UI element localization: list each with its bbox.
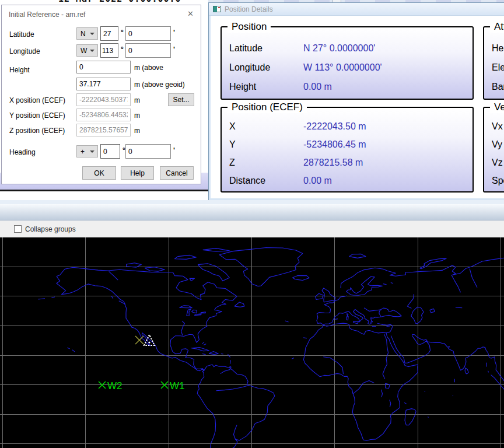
heading-minute-symbol: ' xyxy=(173,146,175,155)
detail-row: Y-5234806.45 m xyxy=(222,135,473,153)
chevron-down-icon xyxy=(90,50,94,52)
detail-row: Z2878215.58 m xyxy=(222,153,473,172)
position-details-body: PositionLatitudeN 27° 0.0000000'Longitud… xyxy=(209,16,504,200)
z-ecef-input xyxy=(76,124,131,136)
detail-row: Vz xyxy=(484,153,504,172)
heading-sign-value: + xyxy=(80,148,85,156)
latitude-hemisphere-select[interactable]: N xyxy=(76,27,98,40)
detail-label: Bank xyxy=(484,82,504,92)
waypoint-W1[interactable]: W1 xyxy=(161,380,185,391)
height-geoid-input[interactable] xyxy=(76,78,131,90)
height-geoid-unit-label: m (above geoid) xyxy=(134,80,185,89)
detail-label: Vx xyxy=(484,121,504,132)
group-box-attitude: AttitudeHeadingElevationBank xyxy=(483,26,504,100)
detail-row: Height0.00 m xyxy=(222,77,473,96)
screen: 12-Mar-2022 0:00:00.0 Initial Reference … xyxy=(0,0,504,448)
detail-value: 0.00 m xyxy=(303,176,332,186)
longitude-hemisphere-select[interactable]: W xyxy=(76,44,98,57)
detail-label: Y xyxy=(222,139,303,150)
close-icon[interactable]: ✕ xyxy=(187,9,194,18)
position-details-window: Position Details PositionLatitudeN 27° 0… xyxy=(208,2,504,200)
set-button[interactable]: Set... xyxy=(168,93,194,106)
collapse-groups-label: Collapse groups xyxy=(25,225,76,233)
position-details-title: Position Details xyxy=(225,5,273,13)
heading-sign-select[interactable]: + xyxy=(76,145,98,158)
group-box-position-ecef-: Position (ECEF)X-2222043.50 mY-5234806.4… xyxy=(220,107,474,192)
z-ecef-label: Z position (ECEF) xyxy=(9,127,65,135)
z-ecef-unit: m xyxy=(134,127,140,135)
detail-value: -2222043.50 m xyxy=(303,121,366,132)
world-map: W1W2 xyxy=(0,237,504,448)
collapse-groups-checkbox[interactable] xyxy=(14,225,22,233)
chevron-down-icon xyxy=(90,33,94,35)
grid-layer xyxy=(0,237,504,448)
detail-value: 2878215.58 m xyxy=(303,158,363,168)
detail-row: X-2222043.50 m xyxy=(222,117,473,135)
detail-row: Vy xyxy=(484,135,504,153)
detail-label: X xyxy=(222,121,303,132)
detail-row: Speed xyxy=(484,172,504,190)
waypoint-W2[interactable]: W2 xyxy=(99,380,123,391)
latitude-label: Latitude xyxy=(9,30,34,38)
y-ecef-input xyxy=(76,108,131,121)
detail-label: Latitude xyxy=(222,43,303,54)
detail-row: Heading xyxy=(484,38,504,58)
detail-label: Elevation xyxy=(484,62,504,73)
detail-value: W 113° 0.0000000' xyxy=(303,62,382,73)
height-input[interactable] xyxy=(76,61,131,74)
map-view[interactable]: W1W2 xyxy=(0,237,504,448)
dialog-title[interactable]: Initial Reference - am.ref xyxy=(9,10,85,19)
detail-label: Heading xyxy=(484,43,504,54)
longitude-minute-symbol: ' xyxy=(173,46,175,54)
detail-label: Vy xyxy=(484,139,504,150)
detail-row: Elevation xyxy=(484,58,504,77)
detail-label: Speed xyxy=(484,176,504,186)
detail-row: LatitudeN 27° 0.0000000' xyxy=(222,38,473,58)
waypoint-label: W1 xyxy=(170,380,185,391)
detail-value: N 27° 0.0000000' xyxy=(303,43,375,54)
help-button[interactable]: Help xyxy=(121,166,154,180)
group-title: Velocity xyxy=(490,102,504,113)
detail-row: LongitudeW 113° 0.0000000' xyxy=(222,58,473,77)
ok-button[interactable]: OK xyxy=(82,166,116,180)
y-ecef-unit: m xyxy=(134,111,140,120)
longitude-degrees-input[interactable] xyxy=(100,43,118,58)
height-label: Height xyxy=(9,66,30,74)
longitude-label: Longitude xyxy=(9,47,40,55)
latitude-minutes-input[interactable] xyxy=(125,26,171,41)
window-icon xyxy=(213,6,221,12)
background-window-clipped-title: 12-Mar-2022 0:00:00.0 xyxy=(0,0,210,5)
map-window-titlebar-band[interactable] xyxy=(0,204,504,220)
longitude-minutes-input[interactable] xyxy=(125,43,171,58)
map-toolbar: Collapse groups xyxy=(0,221,504,237)
latitude-degree-symbol: ° xyxy=(121,29,124,37)
initial-reference-dialog: Initial Reference - am.ref ✕ Latitude N … xyxy=(1,5,201,184)
longitude-hemisphere-value: W xyxy=(80,47,87,55)
group-title: Position xyxy=(228,21,271,33)
latitude-minute-symbol: ' xyxy=(173,29,175,37)
detail-value: -5234806.45 m xyxy=(303,139,366,150)
detail-label: Distance xyxy=(222,176,303,186)
heading-label: Heading xyxy=(9,148,36,156)
detail-label: Z xyxy=(222,158,303,168)
chevron-down-icon xyxy=(90,150,94,153)
position-details-titlebar[interactable]: Position Details xyxy=(209,3,504,16)
group-title: Attitude xyxy=(490,21,504,33)
cancel-button[interactable]: Cancel xyxy=(160,166,194,180)
group-box-position: PositionLatitudeN 27° 0.0000000'Longitud… xyxy=(220,26,474,100)
x-ecef-unit: m xyxy=(134,96,140,104)
background-window-timestamp: 12-Mar-2022 0:00:00.0 xyxy=(58,0,181,4)
reference-marker xyxy=(135,336,144,344)
coastlines-layer xyxy=(38,248,504,448)
x-ecef-label: X position (ECEF) xyxy=(9,96,65,104)
heading-minutes-input[interactable] xyxy=(125,144,171,159)
latitude-degrees-input[interactable] xyxy=(100,26,118,41)
detail-label: Longitude xyxy=(222,62,303,73)
detail-label: Height xyxy=(222,82,303,92)
heading-degrees-input[interactable] xyxy=(100,144,120,159)
detail-row: Vx xyxy=(484,117,504,135)
y-ecef-label: Y position (ECEF) xyxy=(9,111,65,120)
longitude-degree-symbol: ° xyxy=(121,46,124,54)
window-separator-strip xyxy=(0,200,504,204)
group-box-velocity: VelocityVxVyVzSpeed xyxy=(483,107,504,192)
